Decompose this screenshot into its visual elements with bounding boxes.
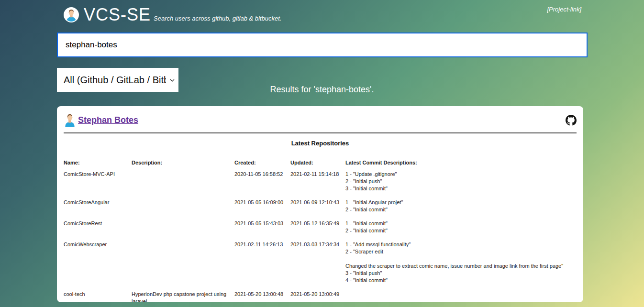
repo-updated: 2021-05-20 13:00:49	[290, 291, 345, 298]
repo-table: Name: Description: Created: Updated: Lat…	[64, 159, 577, 302]
app-header: VCS-SE Search users across github, gitla…	[64, 4, 281, 26]
repo-commit-descriptions: 1 - "Initial Angular projet"2 - "Initial…	[345, 199, 577, 213]
commit-line: 1 - "Add mssql functionality"	[345, 241, 572, 248]
commit-line: 1 - "Update .gitignore"	[345, 171, 572, 178]
github-icon	[566, 115, 577, 126]
app-title: VCS-SE	[84, 4, 151, 26]
column-header-description: Description:	[132, 159, 234, 166]
table-row: ComicStoreRest2021-05-05 15:43:032021-05…	[64, 220, 577, 234]
repo-updated: 2021-03-03 17:34:34	[290, 241, 345, 248]
repo-created: 2021-05-05 15:43:03	[234, 220, 290, 227]
commit-line: 1 - "Initial commit"	[345, 220, 572, 227]
repo-name: cool-tech	[64, 291, 132, 298]
repo-updated: 2021-06-09 12:10:43	[290, 199, 345, 206]
user-avatar	[64, 113, 76, 127]
project-link[interactable]: [Project-link]	[547, 6, 581, 13]
repo-updated: 2021-02-11 15:14:18	[290, 171, 345, 178]
commit-line: 1 - "Initial Angular projet"	[345, 199, 572, 206]
result-card: Stephan Botes Latest Repositories Name: …	[57, 106, 583, 302]
user-name-link[interactable]: Stephan Botes	[78, 115, 138, 125]
repo-name: ComicStoreRest	[64, 220, 132, 227]
table-row: ComicStore-MVC-API2020-11-05 16:58:52202…	[64, 171, 577, 192]
column-header-commits: Latest Commit Descriptions:	[345, 159, 577, 166]
repo-table-header-row: Name: Description: Created: Updated: Lat…	[64, 159, 577, 166]
commit-line: 2 - "Initial push"	[345, 178, 572, 185]
card-divider	[64, 132, 577, 133]
commit-line: 2 - "Initial commit"	[345, 227, 572, 234]
repo-created: 2020-11-05 16:58:52	[234, 171, 290, 178]
table-row: ComicStoreAngular2021-05-05 16:09:002021…	[64, 199, 577, 213]
repo-created: 2021-05-20 13:00:48	[234, 291, 290, 298]
header-avatar	[64, 7, 79, 22]
commit-line: 2 - "Initial commit"	[345, 206, 572, 213]
app-subtitle: Search users across github, gitlab & bit…	[154, 15, 281, 22]
commit-line: 4 - "Initial commit"	[345, 277, 572, 284]
commit-line: Changed the scraper to extract comic nam…	[345, 263, 572, 270]
commit-line: 3 - "Initial commit"	[345, 185, 572, 192]
result-card-header: Stephan Botes	[64, 112, 577, 128]
repo-updated: 2021-05-12 16:35:49	[290, 220, 345, 227]
repo-table-body: ComicStore-MVC-API2020-11-05 16:58:52202…	[64, 171, 577, 302]
commit-line: 3 - "Initial push"	[345, 270, 572, 277]
repo-commit-descriptions: 1 - "Initial commit"2 - "Initial commit"	[345, 220, 577, 234]
commit-line: 2 - "Scraper edit	[345, 248, 572, 255]
repo-created: 2021-02-11 14:26:13	[234, 241, 290, 248]
table-row: cool-techHyperionDev php capstone projec…	[64, 291, 577, 302]
results-heading: Results for 'stephan-botes'.	[0, 85, 644, 95]
repo-commit-descriptions: 1 - "Update .gitignore"2 - "Initial push…	[345, 171, 577, 192]
repo-name: ComicWebscraper	[64, 241, 132, 248]
column-header-created: Created:	[234, 159, 290, 166]
commit-line	[345, 255, 572, 263]
section-title: Latest Repositories	[64, 140, 577, 147]
repo-name: ComicStoreAngular	[64, 199, 132, 206]
search-input[interactable]	[57, 33, 588, 57]
repo-name: ComicStore-MVC-API	[64, 171, 132, 178]
repo-commit-descriptions: 1 - "Add mssql functionality"2 - "Scrape…	[345, 241, 577, 284]
app-background: VCS-SE Search users across github, gitla…	[0, 0, 644, 307]
table-row: ComicWebscraper2021-02-11 14:26:132021-0…	[64, 241, 577, 284]
column-header-name: Name:	[64, 159, 132, 166]
column-header-updated: Updated:	[290, 159, 345, 166]
repo-created: 2021-05-05 16:09:00	[234, 199, 290, 206]
repo-description: HyperionDev php capstone project using l…	[132, 291, 234, 302]
